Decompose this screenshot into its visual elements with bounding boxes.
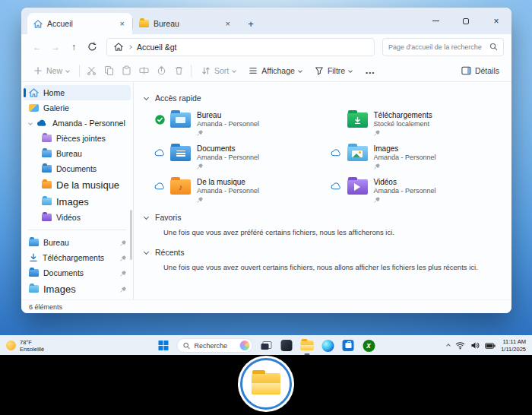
sidebar-pinned-images[interactable]: Images — [24, 280, 131, 297]
sidebar-pinned-documents[interactable]: Documents — [24, 265, 131, 280]
store-button[interactable] — [341, 338, 356, 353]
plus-icon — [33, 66, 43, 75]
share-icon[interactable] — [157, 65, 166, 75]
pin-icon — [120, 239, 127, 246]
forward-button[interactable]: → — [47, 39, 64, 55]
tab-accueil[interactable]: Accueil × — [27, 13, 132, 34]
battery-icon[interactable] — [485, 343, 496, 349]
favoris-empty-text: Une fois que vous avez préféré certains … — [144, 224, 499, 242]
desktop-folder-icon — [170, 112, 191, 128]
new-tab-button[interactable]: + — [242, 15, 259, 32]
bing-icon — [240, 341, 250, 350]
rename-icon[interactable] — [139, 65, 149, 75]
edge-button[interactable] — [321, 338, 335, 353]
sidebar-pinned-telechargements[interactable]: Téléchargements — [24, 250, 131, 265]
clock[interactable]: 11:11 AM 1/11/2025 — [501, 338, 526, 353]
quick-access-item-videos[interactable]: Vidéos Amanda - Personnel — [331, 178, 500, 203]
details-pane-icon — [461, 66, 471, 75]
copy-icon[interactable] — [104, 65, 114, 75]
maximize-button[interactable] — [451, 8, 481, 34]
refresh-button[interactable] — [84, 39, 100, 55]
copilot-button[interactable] — [280, 338, 294, 353]
search-input[interactable]: Page d'accueil de la recherche — [382, 38, 504, 56]
address-bar[interactable]: Accueil &gt — [106, 38, 375, 56]
tab-bar: Accueil × Bureau × + × — [21, 8, 511, 34]
back-button[interactable]: ← — [29, 39, 46, 55]
quick-access-item-musique[interactable]: ♪ De la musique Amanda - Personnel — [154, 178, 323, 203]
paste-icon[interactable] — [122, 65, 131, 75]
desktop-folder-icon — [42, 150, 52, 157]
file-explorer-button[interactable] — [300, 338, 315, 353]
task-view-button[interactable] — [259, 338, 274, 353]
close-button[interactable]: × — [481, 8, 511, 34]
task-view-icon — [261, 341, 271, 350]
quick-access-item-documents[interactable]: Documents Amanda - Personnel — [154, 144, 323, 169]
wifi-icon[interactable] — [455, 341, 465, 350]
cut-icon[interactable] — [87, 65, 97, 75]
new-button[interactable]: New — [30, 65, 72, 77]
sidebar-item-pieces-jointes[interactable]: Pièces jointes — [24, 131, 131, 146]
filter-icon — [315, 66, 324, 75]
sidebar-item-documents[interactable]: Documents — [24, 161, 131, 176]
documents-folder-icon — [42, 165, 52, 173]
quick-access-grid: Bureau Amanda - Personnel Téléchargement… — [144, 105, 499, 208]
quick-access-item-bureau[interactable]: Bureau Amanda - Personnel — [154, 111, 323, 136]
sidebar-item-videos[interactable]: Vidéos — [24, 210, 131, 225]
status-bar: 6 éléments — [21, 299, 511, 313]
store-icon — [343, 340, 354, 351]
details-pane-button[interactable]: Détails — [458, 65, 502, 77]
chevron-down-icon — [232, 68, 236, 73]
file-explorer-icon — [301, 341, 314, 350]
chevron-expanded-icon[interactable] — [28, 121, 33, 125]
minimize-button[interactable] — [420, 8, 451, 34]
xbox-button[interactable]: x — [362, 338, 376, 353]
more-options-button[interactable]: … — [362, 67, 378, 74]
taskbar-search-label: Recherche — [195, 342, 228, 350]
sidebar-scrollbar[interactable] — [130, 210, 132, 260]
sidebar-pinned-bureau[interactable]: Bureau — [24, 235, 131, 250]
chevron-down-icon[interactable] — [144, 214, 149, 220]
delete-icon[interactable] — [174, 65, 184, 75]
taskbar-search[interactable]: Recherche — [177, 338, 253, 353]
sidebar-item-bureau[interactable]: Bureau — [24, 146, 131, 161]
start-button[interactable] — [157, 338, 171, 353]
up-button[interactable]: ↑ — [65, 39, 82, 55]
pin-icon — [197, 129, 204, 136]
music-folder-icon: ♪ — [170, 179, 191, 195]
sidebar-item-images[interactable]: Images — [24, 193, 131, 210]
toolbar-separator — [79, 65, 80, 77]
sidebar-item-musique[interactable]: De la musique — [24, 176, 131, 193]
quick-access-item-telechargements[interactable]: Téléchargements Stocké localement — [331, 111, 500, 136]
section-quick-access[interactable]: Accès rapide — [144, 90, 499, 105]
view-button[interactable]: Affichage — [245, 65, 305, 77]
onedrive-icon — [36, 119, 48, 127]
filter-button[interactable]: Filtre — [312, 65, 355, 77]
minimize-icon — [432, 21, 439, 21]
pictures-folder-icon — [347, 146, 368, 161]
folder-icon — [42, 135, 52, 142]
weather-widget[interactable]: 78°F Ensoleillé — [6, 339, 44, 353]
pin-icon — [197, 163, 204, 169]
command-toolbar: New Sort Affichage Filtre — [21, 59, 511, 82]
file-explorer-callout — [240, 358, 292, 410]
sidebar-item-home[interactable]: Home — [24, 85, 131, 100]
sidebar-item-galerie[interactable]: Galerie — [24, 100, 131, 116]
gallery-icon — [29, 104, 39, 112]
hidden-icons-chevron[interactable] — [446, 344, 451, 348]
section-recents[interactable]: Récents — [144, 245, 499, 259]
tab-bureau[interactable]: Bureau × — [133, 13, 238, 34]
file-explorer-window: Accueil × Bureau × + × ← → ↑ Accueil &gt — [21, 8, 511, 313]
section-favoris[interactable]: Favoris — [144, 210, 499, 224]
videos-folder-icon — [347, 179, 368, 195]
sidebar-item-onedrive[interactable]: Amanda - Personnel — [24, 116, 131, 131]
chevron-down-icon[interactable] — [144, 95, 149, 100]
edit-actions-group — [87, 65, 184, 75]
quick-access-item-images[interactable]: Images Amanda - Personnel — [331, 144, 500, 169]
tab-close-icon[interactable]: × — [224, 20, 232, 28]
windows-logo-icon — [159, 341, 169, 350]
chevron-down-icon[interactable] — [144, 249, 149, 255]
edge-icon — [321, 340, 334, 352]
tab-close-icon[interactable]: × — [119, 20, 126, 28]
sort-button[interactable]: Sort — [198, 65, 239, 77]
volume-icon[interactable] — [470, 341, 480, 350]
